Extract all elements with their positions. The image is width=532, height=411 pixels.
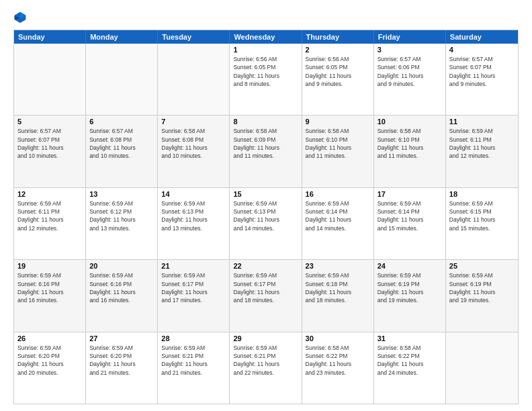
day-cell-26: 26Sunrise: 6:59 AMSunset: 6:20 PMDayligh…	[14, 332, 86, 404]
cell-line: Sunset: 6:06 PM	[378, 63, 442, 71]
cell-line: and 19 minutes.	[378, 296, 442, 304]
cell-line: Daylight: 11 hours	[306, 144, 370, 152]
day-cell-16: 16Sunrise: 6:59 AMSunset: 6:14 PMDayligh…	[302, 188, 374, 259]
day-cell-25: 25Sunrise: 6:59 AMSunset: 6:19 PMDayligh…	[446, 260, 518, 331]
day-number: 14	[161, 190, 226, 198]
cell-line: Daylight: 11 hours	[233, 216, 298, 224]
day-cell-29: 29Sunrise: 6:59 AMSunset: 6:21 PMDayligh…	[230, 332, 302, 404]
cell-line: and 19 minutes.	[449, 296, 515, 304]
day-cell-13: 13Sunrise: 6:59 AMSunset: 6:12 PMDayligh…	[86, 188, 158, 259]
cell-line: Sunset: 6:11 PM	[449, 136, 515, 144]
day-number: 16	[306, 190, 370, 198]
cell-line: Daylight: 11 hours	[306, 216, 370, 224]
cell-line: and 14 minutes.	[306, 224, 370, 232]
cell-line: Sunset: 6:10 PM	[378, 136, 442, 144]
header-cell-monday: Monday	[86, 30, 158, 44]
calendar-body: 1Sunrise: 6:56 AMSunset: 6:05 PMDaylight…	[14, 44, 518, 404]
cell-line: Sunrise: 6:57 AM	[449, 55, 515, 63]
cell-line: Daylight: 11 hours	[17, 288, 82, 296]
cell-line: Sunset: 6:08 PM	[89, 136, 154, 144]
calendar-row-1: 1Sunrise: 6:56 AMSunset: 6:05 PMDaylight…	[14, 44, 518, 115]
cell-line: and 9 minutes.	[378, 80, 442, 88]
day-cell-18: 18Sunrise: 6:59 AMSunset: 6:15 PMDayligh…	[446, 188, 518, 259]
cell-line: Sunrise: 6:59 AM	[449, 127, 515, 135]
cell-line: Sunset: 6:19 PM	[449, 280, 515, 288]
cell-line: and 10 minutes.	[17, 152, 82, 160]
day-number: 15	[233, 190, 298, 198]
day-cell-12: 12Sunrise: 6:59 AMSunset: 6:11 PMDayligh…	[14, 188, 86, 259]
cell-line: Sunset: 6:15 PM	[449, 208, 515, 216]
day-cell-31: 31Sunrise: 6:58 AMSunset: 6:22 PMDayligh…	[374, 332, 446, 404]
cell-line: and 11 minutes.	[233, 152, 298, 160]
day-number: 9	[306, 118, 370, 126]
cell-line: Sunrise: 6:59 AM	[233, 271, 298, 279]
day-cell-20: 20Sunrise: 6:59 AMSunset: 6:16 PMDayligh…	[86, 260, 158, 331]
day-number: 6	[89, 118, 154, 126]
cell-line: and 14 minutes.	[233, 224, 298, 232]
day-cell-30: 30Sunrise: 6:58 AMSunset: 6:22 PMDayligh…	[302, 332, 374, 404]
cell-line: Sunrise: 6:58 AM	[233, 127, 298, 135]
day-cell-6: 6Sunrise: 6:57 AMSunset: 6:08 PMDaylight…	[86, 116, 158, 187]
cell-line: Sunset: 6:07 PM	[17, 136, 82, 144]
cell-line: Sunset: 6:05 PM	[306, 63, 370, 71]
calendar: SundayMondayTuesdayWednesdayThursdayFrid…	[13, 30, 519, 404]
day-number: 4	[449, 46, 515, 54]
header-cell-wednesday: Wednesday	[230, 30, 302, 44]
day-number: 7	[161, 118, 226, 126]
cell-line: Sunrise: 6:58 AM	[378, 127, 442, 135]
day-cell-8: 8Sunrise: 6:58 AMSunset: 6:09 PMDaylight…	[230, 116, 302, 187]
cell-line: and 21 minutes.	[161, 369, 226, 377]
cell-line: Daylight: 11 hours	[161, 144, 226, 152]
cell-line: Sunrise: 6:59 AM	[449, 199, 515, 208]
cell-line: and 12 minutes.	[449, 152, 515, 160]
day-cell-4: 4Sunrise: 6:57 AMSunset: 6:07 PMDaylight…	[446, 44, 518, 115]
cell-line: Sunrise: 6:56 AM	[306, 55, 370, 63]
cell-line: Sunset: 6:05 PM	[233, 63, 298, 71]
cell-line: Sunset: 6:19 PM	[378, 280, 442, 288]
day-number: 5	[17, 118, 82, 126]
day-cell-3: 3Sunrise: 6:57 AMSunset: 6:06 PMDaylight…	[374, 44, 446, 115]
day-cell-14: 14Sunrise: 6:59 AMSunset: 6:13 PMDayligh…	[158, 188, 230, 259]
day-cell-9: 9Sunrise: 6:58 AMSunset: 6:10 PMDaylight…	[302, 116, 374, 187]
cell-line: Sunset: 6:21 PM	[161, 352, 226, 360]
cell-line: and 11 minutes.	[306, 152, 370, 160]
empty-cell-r0c1	[86, 44, 158, 115]
cell-line: and 20 minutes.	[17, 369, 82, 377]
day-number: 27	[89, 334, 154, 342]
day-number: 21	[161, 262, 226, 270]
cell-line: and 10 minutes.	[89, 152, 154, 160]
cell-line: and 8 minutes.	[233, 80, 298, 88]
calendar-row-2: 5Sunrise: 6:57 AMSunset: 6:07 PMDaylight…	[14, 115, 518, 187]
cell-line: Daylight: 11 hours	[306, 72, 370, 80]
cell-line: and 13 minutes.	[89, 224, 154, 232]
cell-line: Daylight: 11 hours	[449, 216, 515, 224]
cell-line: Sunset: 6:17 PM	[233, 280, 298, 288]
day-number: 23	[306, 262, 370, 270]
day-cell-21: 21Sunrise: 6:59 AMSunset: 6:17 PMDayligh…	[158, 260, 230, 331]
cell-line: Sunrise: 6:59 AM	[89, 199, 154, 208]
cell-line: Sunrise: 6:59 AM	[89, 271, 154, 279]
cell-line: Sunrise: 6:59 AM	[449, 271, 515, 279]
cell-line: Sunset: 6:16 PM	[89, 280, 154, 288]
cell-line: Sunrise: 6:59 AM	[306, 271, 370, 279]
day-cell-23: 23Sunrise: 6:59 AMSunset: 6:18 PMDayligh…	[302, 260, 374, 331]
cell-line: and 11 minutes.	[378, 152, 442, 160]
cell-line: Daylight: 11 hours	[378, 216, 442, 224]
cell-line: Sunset: 6:17 PM	[161, 280, 226, 288]
day-cell-24: 24Sunrise: 6:59 AMSunset: 6:19 PMDayligh…	[374, 260, 446, 331]
cell-line: Daylight: 11 hours	[161, 360, 226, 368]
cell-line: Sunrise: 6:59 AM	[161, 271, 226, 279]
day-number: 25	[449, 262, 515, 270]
cell-line: and 12 minutes.	[17, 224, 82, 232]
cell-line: Daylight: 11 hours	[89, 216, 154, 224]
cell-line: Sunrise: 6:58 AM	[161, 127, 226, 135]
empty-cell-r0c2	[158, 44, 230, 115]
cell-line: Daylight: 11 hours	[233, 144, 298, 152]
day-number: 20	[89, 262, 154, 270]
cell-line: Sunset: 6:09 PM	[233, 136, 298, 144]
cell-line: Sunrise: 6:58 AM	[306, 344, 370, 352]
cell-line: Sunset: 6:12 PM	[89, 208, 154, 216]
day-number: 2	[306, 46, 370, 54]
cell-line: and 18 minutes.	[233, 296, 298, 304]
cell-line: and 13 minutes.	[161, 224, 226, 232]
